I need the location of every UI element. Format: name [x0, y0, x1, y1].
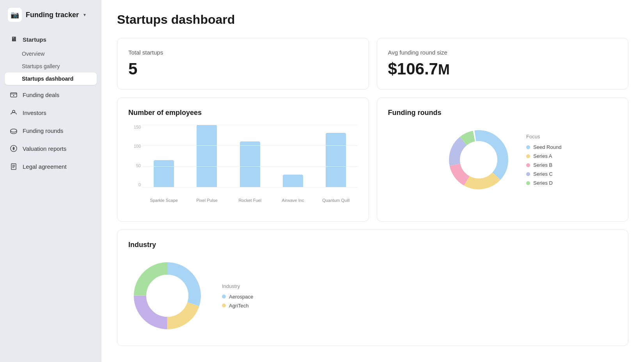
gridline-50	[142, 166, 358, 167]
legend-label-series-d: Series D	[533, 180, 553, 186]
sidebar-valuation-section: Valuation reports	[0, 140, 101, 157]
svg-point-3	[11, 129, 17, 132]
sidebar-sub-item-gallery[interactable]: Startups gallery	[5, 60, 97, 72]
x-label-airwave: Airwave Inc	[275, 196, 311, 203]
bar-pixel	[197, 125, 217, 187]
avg-funding-number: $106.7	[388, 60, 438, 78]
bar-rocket	[240, 141, 260, 187]
bar-airwave	[283, 175, 303, 187]
sidebar-item-valuation[interactable]: Valuation reports	[5, 140, 97, 157]
legend-label-agritech: AgriTech	[229, 303, 249, 309]
legend-series-d: Series D	[526, 180, 561, 186]
sidebar-legal-label: Legal agreement	[23, 163, 67, 170]
gridline-0	[142, 187, 358, 187]
legend-dot-series-d	[526, 181, 530, 185]
x-label-quantum: Quantum Quill	[318, 196, 354, 203]
legend-series-a: Series A	[526, 153, 561, 159]
total-startups-label: Total startups	[128, 49, 358, 56]
startups-icon: 🖥	[9, 35, 18, 44]
bar-group-quantum	[318, 133, 354, 187]
bar-group-sparkle	[145, 160, 182, 187]
legend-seed: Seed Round	[526, 144, 561, 150]
sidebar-funding-rounds-section: Funding rounds	[0, 122, 101, 139]
legend-label-aerospace: Aerospace	[229, 294, 253, 300]
main-content: Startups dashboard Total startups 5 Avg …	[101, 0, 644, 362]
donut-wrapper: Focus Seed Round Series A Series B	[388, 125, 617, 195]
legend-label-series-c: Series C	[533, 171, 553, 177]
bar-group-airwave	[275, 175, 311, 187]
sidebar-item-funding-rounds[interactable]: Funding rounds	[5, 122, 97, 139]
sidebar-investors-label: Investors	[23, 109, 46, 116]
legend-title: Focus	[526, 134, 561, 140]
legal-icon	[9, 162, 18, 171]
y-label-50: 50	[128, 163, 141, 168]
app-logo-icon: 📷	[8, 8, 22, 22]
sidebar-item-startups[interactable]: 🖥 Startups	[5, 31, 97, 48]
y-label-0: 0	[128, 182, 141, 187]
sidebar-startups-section: 🖥 Startups Overview Startups gallery Sta…	[0, 31, 101, 85]
funding-deals-icon	[9, 90, 18, 99]
page-title: Startups dashboard	[117, 12, 628, 27]
sidebar-item-investors[interactable]: Investors	[5, 104, 97, 121]
svg-point-15	[146, 275, 188, 317]
chart-plot-area	[142, 125, 358, 187]
bar-quantum	[326, 133, 346, 187]
sidebar-item-funding-deals[interactable]: Funding deals	[5, 87, 97, 103]
sidebar-gallery-label: Startups gallery	[22, 63, 60, 69]
svg-point-2	[12, 110, 15, 113]
app-title-chevron: ▾	[83, 12, 86, 18]
legend-aerospace: Aerospace	[222, 294, 253, 300]
legend-dot-seed	[526, 145, 530, 149]
charts-row: Number of employees	[117, 97, 628, 222]
industry-donut-svg	[128, 257, 206, 335]
y-label-150: 150	[128, 125, 141, 129]
funding-rounds-chart-card: Funding rounds Focus Seed Round	[377, 97, 629, 222]
legend-series-c: Series C	[526, 171, 561, 177]
legend-dot-agritech	[222, 304, 226, 307]
sidebar-sub-item-dashboard[interactable]: Startups dashboard	[5, 72, 97, 85]
sidebar-funding-deals-label: Funding deals	[23, 92, 59, 98]
funding-rounds-legend: Focus Seed Round Series A Series B	[526, 134, 561, 186]
stats-row: Total startups 5 Avg funding round size …	[117, 38, 628, 90]
legend-dot-aerospace	[222, 295, 226, 298]
y-axis: 150 100 50 0	[128, 125, 141, 187]
industry-card: Industry Industry Aerospace AgriTe	[117, 230, 628, 346]
gridline-100	[142, 145, 358, 146]
legend-label-series-a: Series A	[533, 153, 552, 159]
sidebar-funding-rounds-label: Funding rounds	[23, 127, 63, 134]
legend-dot-series-c	[526, 172, 530, 176]
app-title: Funding tracker	[26, 11, 79, 19]
total-startups-value: 5	[128, 60, 358, 78]
sidebar-sub-item-overview[interactable]: Overview	[5, 48, 97, 60]
bar-group-pixel	[188, 125, 225, 187]
employees-chart-card: Number of employees	[117, 97, 369, 222]
legend-dot-series-a	[526, 154, 530, 158]
legend-label-series-b: Series B	[533, 162, 552, 168]
sidebar-item-legal[interactable]: Legal agreement	[5, 158, 97, 175]
funding-rounds-icon	[9, 126, 18, 135]
x-label-pixel: Pixel Pulse	[188, 196, 225, 203]
industry-chart-title: Industry	[128, 241, 617, 249]
donut-svg	[444, 125, 514, 195]
total-startups-card: Total startups 5	[117, 38, 369, 90]
funding-rounds-chart-title: Funding rounds	[388, 109, 617, 117]
employees-chart-title: Number of employees	[128, 109, 358, 117]
bars-container	[142, 125, 358, 187]
legend-label-seed: Seed Round	[533, 144, 561, 150]
avg-funding-card: Avg funding round size $106.7M	[377, 38, 629, 90]
x-axis: Sparkle Scape Pixel Pulse Rocket Fuel Ai…	[142, 196, 358, 203]
sidebar: 📷 Funding tracker ▾ 🖥 Startups Overview …	[0, 0, 101, 362]
y-label-100: 100	[128, 144, 141, 148]
legend-dot-series-b	[526, 163, 530, 167]
bar-group-rocket	[232, 141, 268, 187]
bar-sparkle	[154, 160, 174, 187]
investors-icon	[9, 108, 18, 117]
svg-point-1	[13, 95, 14, 96]
sidebar-legal-section: Legal agreement	[0, 158, 101, 175]
industry-donut-wrapper: Industry Aerospace AgriTech	[128, 257, 617, 335]
sidebar-funding-deals-section: Funding deals	[0, 87, 101, 103]
legend-series-b: Series B	[526, 162, 561, 168]
legend-agritech: AgriTech	[222, 303, 253, 309]
avg-funding-value: $106.7M	[388, 60, 617, 78]
x-label-sparkle: Sparkle Scape	[145, 196, 182, 203]
